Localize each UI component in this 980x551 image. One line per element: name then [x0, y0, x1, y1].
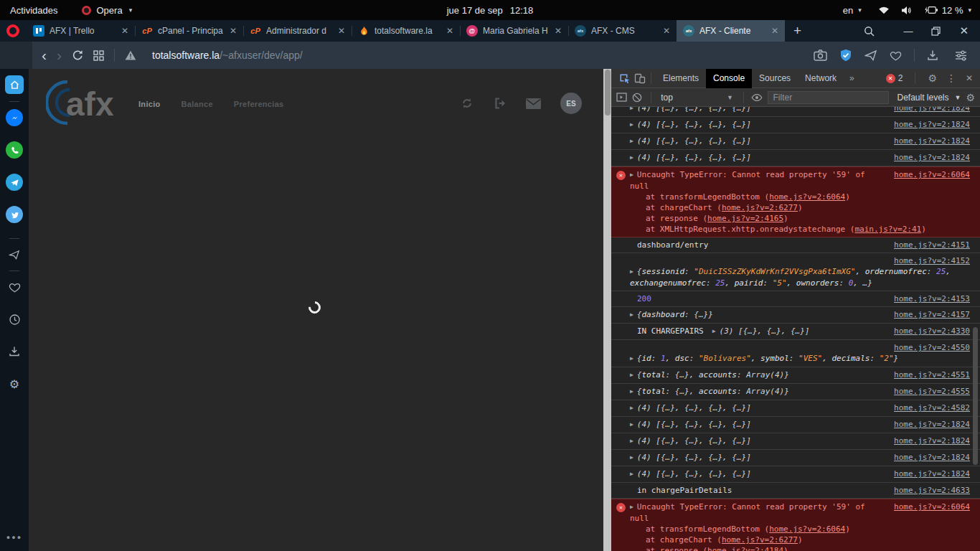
- device-toolbar-icon[interactable]: [632, 70, 648, 86]
- devtools-close-icon[interactable]: ✕: [966, 73, 973, 83]
- clock[interactable]: jue 17 de sep 12:18: [447, 5, 534, 16]
- expand-triangle-icon[interactable]: ▶: [630, 402, 633, 413]
- tab-close-button[interactable]: ✕: [444, 26, 456, 36]
- browser-tab[interactable]: afxAFX - CMS✕: [568, 20, 677, 42]
- tab-close-button[interactable]: ✕: [552, 26, 564, 36]
- reload-button[interactable]: [72, 50, 83, 61]
- page-scrollbar[interactable]: [603, 69, 611, 551]
- console-source-link[interactable]: home.js?v=2:1824: [894, 136, 970, 146]
- log-levels-select[interactable]: Default levels ▼: [897, 93, 961, 103]
- console-source-link[interactable]: home.js?v=2:1824: [894, 152, 970, 163]
- downloads-icon[interactable]: [927, 50, 938, 61]
- expand-triangle-icon[interactable]: ▶: [630, 468, 633, 479]
- my-flow-icon[interactable]: [864, 50, 877, 61]
- sidebar-messenger-button[interactable]: [6, 109, 23, 126]
- nav-item-preferencias[interactable]: Preferencias: [234, 100, 284, 108]
- console-source-link[interactable]: main.js?v=2:41: [854, 225, 921, 234]
- console-source-link[interactable]: home.js?v=2:1824: [894, 107, 970, 113]
- wifi-icon[interactable]: [878, 6, 890, 14]
- new-tab-button[interactable]: +: [793, 23, 801, 39]
- nav-item-balance[interactable]: Balance: [182, 100, 213, 108]
- language-indicator[interactable]: en ▾: [843, 5, 862, 16]
- expand-triangle-icon[interactable]: ▶: [630, 353, 633, 364]
- activities-button[interactable]: Actividades: [10, 5, 57, 16]
- opera-logo[interactable]: [6, 24, 19, 37]
- window-restore-button[interactable]: [931, 27, 941, 36]
- browser-tab[interactable]: totalsoftware.la✕: [352, 20, 460, 42]
- more-tabs-button[interactable]: »: [844, 73, 860, 83]
- console-source-link[interactable]: home.js?v=2:4582: [894, 402, 970, 413]
- mail-icon[interactable]: [526, 98, 541, 109]
- volume-icon[interactable]: [900, 6, 912, 15]
- console-source-link[interactable]: home.js?v=2:6277: [722, 203, 798, 212]
- expand-triangle-icon[interactable]: ▶: [630, 152, 633, 163]
- sidebar-whatsapp-button[interactable]: [6, 141, 23, 159]
- console-sidebar-toggle-icon[interactable]: [616, 90, 627, 105]
- expand-triangle-icon[interactable]: ▶: [630, 136, 633, 146]
- site-security-warning-icon[interactable]: [125, 50, 136, 60]
- tab-close-button[interactable]: ✕: [769, 26, 781, 36]
- expand-triangle-icon[interactable]: ▶: [630, 119, 633, 130]
- execution-context-select[interactable]: top ▼: [659, 93, 735, 103]
- console-source-link[interactable]: home.js?v=2:6277: [722, 535, 798, 545]
- easy-setup-sliders-icon[interactable]: [955, 50, 967, 61]
- inspect-element-icon[interactable]: [616, 70, 632, 86]
- snapshot-camera-icon[interactable]: [814, 50, 827, 61]
- battery-indicator[interactable]: 12 % ▾: [924, 5, 971, 16]
- devtools-scrollbar-thumb[interactable]: [973, 327, 978, 465]
- console-source-link[interactable]: home.js?v=2:4555: [894, 386, 970, 397]
- console-source-link[interactable]: home.js?v=2:6064: [894, 169, 970, 180]
- live-expression-eye-icon[interactable]: [751, 90, 763, 105]
- refresh-button[interactable]: [461, 97, 473, 110]
- tab-close-button[interactable]: ✕: [119, 26, 131, 36]
- sidebar-bookmarks-button[interactable]: [9, 278, 21, 296]
- devtools-kebab-menu-icon[interactable]: ⋮: [946, 72, 956, 84]
- console-source-link[interactable]: home.js?v=2:4153: [894, 293, 970, 304]
- browser-tab[interactable]: cPcPanel - Principa✕: [135, 20, 243, 42]
- sidebar-more-button[interactable]: ●●●: [6, 534, 22, 541]
- sidebar-settings-button[interactable]: ⚙: [9, 375, 19, 392]
- devtools-tab-console[interactable]: Console: [706, 69, 752, 88]
- console-source-link[interactable]: home.js?v=2:4165: [707, 214, 783, 223]
- console-source-link[interactable]: home.js?v=2:4152: [894, 256, 970, 265]
- language-badge[interactable]: ES: [560, 93, 582, 114]
- expand-triangle-icon[interactable]: ▶: [630, 266, 633, 277]
- console-source-link[interactable]: home.js?v=2:4550: [894, 343, 970, 352]
- tab-close-button[interactable]: ✕: [336, 26, 347, 36]
- expand-triangle-icon[interactable]: ▶: [712, 326, 716, 336]
- expand-triangle-icon[interactable]: ▶: [630, 452, 633, 463]
- expand-triangle-icon[interactable]: ▶: [630, 309, 633, 320]
- sidebar-history-button[interactable]: [9, 311, 21, 328]
- adblock-shield-icon[interactable]: [839, 49, 852, 62]
- console-source-link[interactable]: home.js?v=2:1824: [894, 435, 970, 446]
- console-source-link[interactable]: home.js?v=2:1824: [894, 119, 970, 130]
- error-counter[interactable]: ✕ 2: [886, 73, 903, 83]
- sidebar-downloads-button[interactable]: [9, 343, 20, 360]
- tab-search-icon[interactable]: [864, 26, 875, 37]
- expand-triangle-icon[interactable]: ▶: [630, 369, 633, 380]
- console-source-link[interactable]: home.js?v=2:6064: [894, 501, 970, 512]
- logout-button[interactable]: [493, 97, 507, 110]
- expand-triangle-icon[interactable]: ▶: [630, 107, 633, 113]
- speed-dial-icon[interactable]: [93, 50, 104, 61]
- console-source-link[interactable]: home.js?v=2:4551: [894, 369, 970, 380]
- browser-tab[interactable]: afxAFX - Cliente✕: [677, 20, 785, 42]
- console-source-link[interactable]: home.js?v=2:1824: [894, 419, 970, 430]
- clear-console-icon[interactable]: [632, 90, 643, 105]
- devtools-tab-elements[interactable]: Elements: [656, 69, 706, 88]
- tab-close-button[interactable]: ✕: [227, 26, 239, 36]
- sidebar-telegram-button[interactable]: [6, 174, 23, 191]
- forward-button[interactable]: ›: [57, 48, 62, 62]
- nav-item-inicio[interactable]: Inicio: [138, 100, 161, 108]
- expand-triangle-icon[interactable]: ▶: [630, 386, 633, 397]
- console-source-link[interactable]: home.js?v=2:1824: [894, 452, 970, 463]
- console-source-link[interactable]: home.js?v=2:6064: [769, 192, 845, 202]
- browser-tab[interactable]: cPAdministrador d✕: [243, 20, 352, 42]
- expand-triangle-icon[interactable]: ▶: [630, 169, 633, 180]
- expand-triangle-icon[interactable]: ▶: [630, 501, 633, 512]
- browser-tab[interactable]: AFX | Trello✕: [27, 20, 135, 42]
- devtools-settings-gear-icon[interactable]: ⚙: [928, 72, 937, 84]
- tab-close-button[interactable]: ✕: [661, 26, 672, 36]
- window-minimize-button[interactable]: —: [903, 26, 913, 37]
- window-close-button[interactable]: ✕: [959, 24, 969, 37]
